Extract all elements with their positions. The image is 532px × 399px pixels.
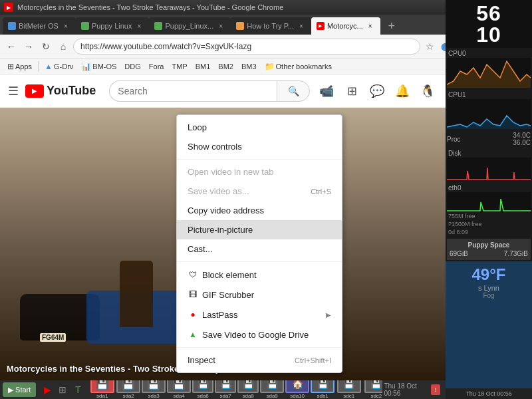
disk-sda9[interactable]: 💾 sda9 606efi xyxy=(260,380,284,399)
disk-sdb1-icon[interactable]: 💾 xyxy=(311,380,334,393)
license-plate: FG64M xyxy=(40,333,66,342)
disk-sdc1-icon[interactable]: 💾 xyxy=(337,380,361,393)
bookmark-star-icon[interactable]: ☆ xyxy=(423,40,436,53)
ctx-save-as[interactable]: Save video as... Ctrl+S xyxy=(177,182,342,201)
tab-close-howtotry[interactable]: × xyxy=(297,21,306,31)
disk-sda10[interactable]: 🏠 sda10 HOME xyxy=(285,380,309,399)
disk-sdb1[interactable]: 💾 sdb1 AntiX-16 xyxy=(311,380,334,399)
search-button[interactable]: 🔍 xyxy=(277,80,310,102)
disk-sda4[interactable]: 💾 sda4 5.5+560 xyxy=(167,380,191,399)
bookmark-bm2[interactable]: BM2 xyxy=(215,61,237,72)
ctx-open-new-tab[interactable]: Open video in new tab xyxy=(177,162,342,182)
disk-sda3[interactable]: 💾 sda3 64-6.05 xyxy=(142,380,166,399)
ctx-inspect[interactable]: Inspect Ctrl+Shift+I xyxy=(177,350,342,370)
tab-favicon-puppylinux xyxy=(81,22,89,30)
ctx-loop-label: Loop xyxy=(188,122,207,132)
grid-icon[interactable]: ⊞ xyxy=(342,81,362,101)
cpu1-label: CPU1 xyxy=(447,90,531,99)
tab-close-puppylinux2[interactable]: × xyxy=(216,21,225,31)
youtube-logo[interactable]: YouTube xyxy=(25,84,96,98)
disk-sda7-icon[interactable]: 💾 xyxy=(215,380,236,393)
disk-section: Disk xyxy=(446,148,532,182)
disk-sdc2[interactable]: 💾 sdc2 SeaDesk... xyxy=(363,380,382,399)
ctx-lastpass-left: ● LastPass xyxy=(188,309,237,320)
bookmark-ddg[interactable]: DDG xyxy=(121,61,144,72)
disk-sda1[interactable]: 💾 sda1 DATA/Bo... xyxy=(89,380,115,399)
user-avatar[interactable]: 🐧 xyxy=(418,81,438,101)
ctx-copy-address[interactable]: Copy video address xyxy=(177,201,342,220)
tab-close-puppylinux[interactable]: × xyxy=(134,21,144,31)
disk-sda2[interactable]: 💾 sda2 7081 xyxy=(116,380,140,399)
ctx-show-controls[interactable]: Show controls xyxy=(177,137,342,156)
tab-howtotry[interactable]: How to Try P... × xyxy=(231,17,311,35)
ctx-pip-label: Picture-in-picture xyxy=(188,225,253,235)
forward-button[interactable]: → xyxy=(21,39,36,54)
eth0-label: eth0 xyxy=(447,184,531,192)
disk-sda8[interactable]: 💾 sda8 5287 xyxy=(237,380,259,399)
taskbar-icon-1[interactable]: ▶ xyxy=(40,382,55,397)
bookmark-fora[interactable]: Fora xyxy=(146,61,168,72)
eth0-uptime: 0d 6:09 xyxy=(447,228,531,236)
hamburger-menu-button[interactable]: ☰ xyxy=(8,84,19,98)
block-element-icon: 🛡 xyxy=(188,269,198,280)
bookmark-bm2-label: BM2 xyxy=(218,63,233,70)
clock-minute: 10 xyxy=(448,24,529,45)
tab-puppylinux2[interactable]: Puppy_Linux... × xyxy=(149,17,231,35)
ctx-loop[interactable]: Loop xyxy=(177,118,342,137)
ctx-block-element[interactable]: 🛡 Block element xyxy=(177,265,342,285)
disk-sda2-label: sda2 xyxy=(122,393,134,399)
bookmark-apps[interactable]: ⊞ Apps xyxy=(4,61,35,72)
ctx-block-element-left: 🛡 Block element xyxy=(188,269,257,280)
reload-button[interactable]: ↻ xyxy=(39,39,53,54)
start-button[interactable]: ▶ Start xyxy=(3,382,36,397)
disk-sda2-icon[interactable]: 💾 xyxy=(116,380,140,393)
bookmark-gdrv[interactable]: ▲ G-Drv xyxy=(41,61,76,72)
tab-bitmeter[interactable]: BitMeter OS × xyxy=(3,17,76,35)
tab-puppylinux[interactable]: Puppy Linux × xyxy=(76,17,150,35)
disk-sda3-icon[interactable]: 💾 xyxy=(142,380,166,393)
home-button[interactable]: ⌂ xyxy=(56,39,70,54)
ctx-pip[interactable]: Picture-in-picture xyxy=(177,220,342,239)
disk-sda8-icon[interactable]: 💾 xyxy=(237,380,259,393)
ctx-divider-1 xyxy=(177,159,342,160)
ctx-gif-scrubber[interactable]: 🎞 GIF Scrubber xyxy=(177,285,342,305)
taskbar-icon-3[interactable]: T xyxy=(70,382,85,397)
tab-close-motorcycle[interactable]: × xyxy=(366,21,375,31)
ctx-cast[interactable]: Cast... xyxy=(177,239,342,259)
taskbar-icon-2[interactable]: ⊞ xyxy=(55,382,70,397)
message-icon[interactable]: 💬 xyxy=(367,81,387,101)
disk-sdc1[interactable]: 💾 sdc1 SeaDesk... xyxy=(336,380,362,399)
tab-close-bitmeter[interactable]: × xyxy=(61,21,70,31)
bookmark-bm3[interactable]: BM3 xyxy=(238,61,260,72)
proc-section: Proc 34.0C 36.0C xyxy=(446,130,532,148)
bell-icon[interactable]: 🔔 xyxy=(392,81,412,101)
bookmark-tmp[interactable]: TMP xyxy=(168,61,190,72)
address-input[interactable] xyxy=(73,39,420,55)
bookmark-bmos[interactable]: 📊 BM-OS xyxy=(78,61,120,72)
tab-motorcycle[interactable]: ▶ Motorcyc... × xyxy=(311,17,380,35)
video-camera-icon[interactable]: 📹 xyxy=(317,81,336,101)
tab-label-motorcycle: Motorcyc... xyxy=(327,22,363,30)
disk-sda9-icon[interactable]: 💾 xyxy=(260,380,284,393)
disk-sda6[interactable]: 💾 sda6 570 xyxy=(192,380,213,399)
youtube-logo-icon xyxy=(25,84,44,98)
cpu0-graph-svg xyxy=(447,58,531,88)
disk-sda4-icon[interactable]: 💾 xyxy=(167,380,191,393)
ctx-lastpass[interactable]: ● LastPass ▶ xyxy=(177,305,342,325)
new-tab-button[interactable]: + xyxy=(383,17,400,35)
disk-sda1-icon[interactable]: 💾 xyxy=(90,380,114,393)
disk-sda6-icon[interactable]: 💾 xyxy=(192,380,213,393)
back-button[interactable]: ← xyxy=(4,39,19,54)
ctx-cast-left: Cast... xyxy=(188,244,213,254)
ctx-save-drive[interactable]: ▲ Save Video to Google Drive xyxy=(177,325,342,344)
tray-alert-icon[interactable]: ! xyxy=(431,384,440,395)
disk-sda7[interactable]: 💾 sda7 571 xyxy=(215,380,236,399)
bookmark-other[interactable]: 📁 Other bookmarks xyxy=(261,61,335,72)
disk-sda7-label: sda7 xyxy=(219,393,231,399)
search-input[interactable] xyxy=(109,80,277,102)
bookmark-bm1[interactable]: BM1 xyxy=(192,61,214,72)
proc-label: Proc xyxy=(447,136,461,143)
disk-sda10-icon[interactable]: 🏠 xyxy=(285,380,309,393)
disk-sdc2-icon[interactable]: 💾 xyxy=(364,380,383,393)
ctx-show-controls-left: Show controls xyxy=(188,142,242,152)
